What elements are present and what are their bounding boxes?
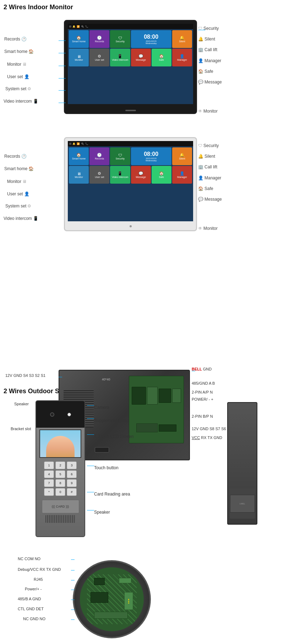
label-message-2: 💬 Message <box>198 197 222 202</box>
userset-icon-2: 👤 <box>24 191 29 196</box>
tile-video-intercom: 📱Video intercom <box>110 49 130 66</box>
label-lcd-screen: 4.3 Inch LCD Screen <box>94 434 133 439</box>
label-power-plus: Power/+ - <box>25 587 42 591</box>
smarthome-icon-1: 🏠 <box>28 49 34 54</box>
monitor-icon-1: 🖥 <box>22 62 27 67</box>
person-figure <box>46 436 75 457</box>
tile-safe: 🏠Safe <box>152 49 171 66</box>
key-7[interactable]: 7 <box>44 479 54 487</box>
tile-clock: 08:00 2023-02/15 Wednesday <box>131 30 171 48</box>
keypad: 1 2 3 4 5 6 7 8 9 * <box>36 460 84 499</box>
label-userset-2: User set 👤 <box>7 191 29 196</box>
key-star[interactable]: * <box>44 488 54 496</box>
conn-touch <box>87 466 94 466</box>
label-485-b-a-gnd: 485/B A GND <box>18 597 41 601</box>
connector-12v <box>59 377 62 377</box>
label-ctl-gnd-det: CTL GND DET <box>18 607 44 611</box>
label-nc-gnd-no: NC GND NO <box>23 617 45 621</box>
safe-icon-2: 🏠 <box>198 186 203 191</box>
monitor-device-black: ⊟ 🔔 📶 🔌 📞 🏠Smart home 🕐Records 🛡Sec <box>64 20 197 114</box>
label-40x40: 40*40 <box>102 378 110 381</box>
key-0[interactable]: 0 <box>55 488 65 496</box>
videointercom-icon-1: 📱 <box>33 99 38 104</box>
message-icon-1: 💬 <box>198 80 203 85</box>
label-videointercom-2: Video intercom 📱 <box>4 216 38 221</box>
monitor-diagram-black: ⊟ 🔔 📶 🔌 📞 🏠Smart home 🕐Records 🛡Sec <box>4 15 280 121</box>
label-records-2: Records 🕐 <box>4 154 27 159</box>
label-records-1: Records 🕐 <box>4 37 27 42</box>
label-monitor2-2: 👁 Monitor <box>198 226 218 231</box>
conn-rj45 <box>71 580 75 580</box>
page: 2 Wires Indoor Monitor ⊟ 🔔 📶 🔌 📞 🏠Smart … <box>0 0 284 644</box>
label-monitor-1: Monitor 🖥 <box>7 62 27 67</box>
label-calllift-1: 🏢 Call lift <box>198 47 217 52</box>
label-videointercom-1: Video intercom 📱 <box>4 99 38 104</box>
calllift-icon-1: 🏢 <box>198 47 203 52</box>
label-485-gnd: 485/GND A B <box>192 381 215 385</box>
systemset-icon-1: ⚙ <box>27 86 31 91</box>
label-supplement-lamp: Supplement Lamp <box>94 418 129 423</box>
conn-nc-gnd <box>71 619 75 620</box>
key-1[interactable]: 1 <box>44 461 54 469</box>
label-monitor-2: Monitor 🖥 <box>7 179 27 184</box>
records-icon-1: 🕐 <box>21 37 27 42</box>
key-9[interactable]: 9 <box>67 479 77 487</box>
connector-systemset-1 <box>59 90 66 91</box>
label-systemset-2: System set ⚙ <box>5 204 31 209</box>
label-security-2: 🛡 Security <box>198 143 219 148</box>
label-speaker-outdoor: Speaker <box>94 510 110 515</box>
conn-card <box>87 492 94 492</box>
key-5[interactable]: 5 <box>55 470 65 478</box>
label-manager-2: 👤 Manager <box>198 175 221 180</box>
monitor-diagram-white: ⊟ 🔔 📶 🔌 📞 🏠Smart home 🕐Records 🛡Security <box>4 132 280 238</box>
label-calllift-2: 🏢 Call lift <box>198 164 217 169</box>
label-smarthome-2: Smart home 🏠 <box>4 166 34 171</box>
key-4[interactable]: 4 <box>44 470 54 478</box>
tile-records: 🕐Records <box>89 30 109 48</box>
label-silent-2: 🔔 Silent <box>198 154 215 159</box>
key-hash[interactable]: # <box>67 488 77 496</box>
label-systemset-1: System set ⚙ <box>5 86 31 91</box>
label-debug-vcc: Debug/VCC RX TX GND <box>18 567 61 572</box>
tile-user-set: ⚙User set <box>89 49 109 66</box>
monitor-icon-2: 🖥 <box>22 179 27 184</box>
outdoor-top <box>36 401 84 428</box>
tile-manager: 👤Manager <box>172 49 192 66</box>
key-3[interactable]: 3 <box>67 461 77 469</box>
key-8[interactable]: 8 <box>55 479 65 487</box>
systemset-icon-2: ⚙ <box>27 204 31 209</box>
conn-camera <box>87 405 94 406</box>
outdoor-screen <box>39 429 81 458</box>
conn-485b <box>71 600 75 600</box>
outdoor-diagram: 1 2 3 4 5 6 7 8 9 * <box>4 399 280 548</box>
label-12v-gnd: 12V GND S4 S3 S2 S1 <box>5 373 45 378</box>
conn-lcd <box>87 434 94 435</box>
outdoor-speaker <box>45 515 76 523</box>
userset-icon-1: 👤 <box>24 74 29 79</box>
label-smarthome-1: Smart home 🏠 <box>4 49 34 54</box>
connector-userset-1 <box>59 78 66 79</box>
outdoor-side-unit: LABEL <box>227 402 257 525</box>
supplement-lamp <box>67 413 71 416</box>
label-safe-2: 🏠 Safe <box>198 186 213 191</box>
label-userset-1: User set 👤 <box>7 74 29 79</box>
label-message-1: 💬 Message <box>198 80 222 85</box>
connector-bell <box>192 371 195 371</box>
card-reader: ((( CARD ))) <box>42 500 79 513</box>
tile-silent: 🔔Silent <box>172 30 192 48</box>
connector-videointercom-1 <box>59 103 66 103</box>
outdoor-unit: 1 2 3 4 5 6 7 8 9 * <box>36 400 85 537</box>
label-camera: Camera <box>94 405 109 410</box>
connector-smarthome-1 <box>59 53 66 53</box>
section-title-indoor: 2 Wires Indoor Monitor <box>4 4 280 11</box>
safe-icon-1: 🏠 <box>198 69 203 74</box>
tile-smart-home: 🏠Smart home <box>69 30 89 48</box>
tile-message: 💬Message <box>131 49 151 66</box>
message-icon-2: 💬 <box>198 197 203 202</box>
key-2[interactable]: 2 <box>55 461 65 469</box>
conn-nc-com-no <box>71 559 75 560</box>
camera-lens <box>50 412 54 417</box>
key-6[interactable]: 6 <box>67 470 77 478</box>
label-touch-button: Touch button <box>94 465 119 470</box>
monitor2-icon-1: 👁 <box>198 109 202 114</box>
